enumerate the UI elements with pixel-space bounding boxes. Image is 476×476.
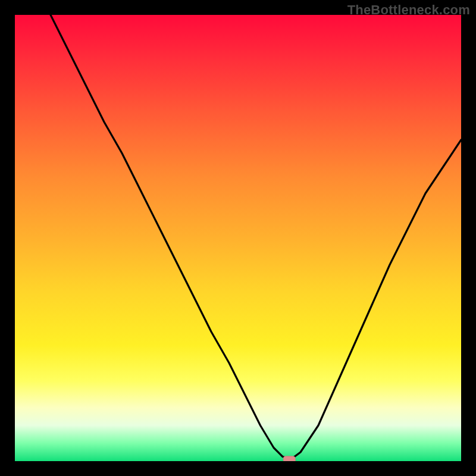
chart-svg <box>15 15 461 461</box>
chart-frame: TheBottleneck.com <box>0 0 476 476</box>
optimal-point-marker <box>283 456 295 461</box>
plot-area <box>15 15 461 461</box>
bottleneck-curve <box>51 15 461 459</box>
